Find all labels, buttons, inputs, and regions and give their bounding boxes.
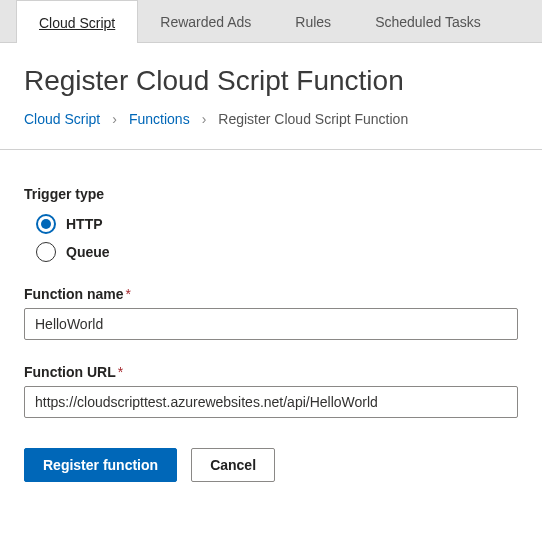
function-url-label: Function URL* bbox=[24, 364, 123, 380]
breadcrumb-current: Register Cloud Script Function bbox=[218, 111, 408, 127]
trigger-http-label: HTTP bbox=[66, 216, 103, 232]
required-indicator: * bbox=[118, 364, 123, 380]
function-name-input[interactable] bbox=[24, 308, 518, 340]
trigger-type-label: Trigger type bbox=[24, 186, 518, 202]
radio-unchecked-icon bbox=[36, 242, 56, 262]
function-name-label-text: Function name bbox=[24, 286, 124, 302]
function-name-label: Function name* bbox=[24, 286, 131, 302]
function-url-label-text: Function URL bbox=[24, 364, 116, 380]
breadcrumb-cloud-script[interactable]: Cloud Script bbox=[24, 111, 100, 127]
radio-checked-icon bbox=[36, 214, 56, 234]
tab-rewarded-ads[interactable]: Rewarded Ads bbox=[138, 0, 273, 42]
register-function-button[interactable]: Register function bbox=[24, 448, 177, 482]
required-indicator: * bbox=[126, 286, 131, 302]
tab-rules[interactable]: Rules bbox=[273, 0, 353, 42]
trigger-queue-option[interactable]: Queue bbox=[36, 242, 518, 262]
breadcrumb-separator: › bbox=[202, 111, 207, 127]
tab-bar: Cloud Script Rewarded Ads Rules Schedule… bbox=[0, 0, 542, 43]
tab-cloud-script[interactable]: Cloud Script bbox=[16, 0, 138, 43]
tab-scheduled-tasks[interactable]: Scheduled Tasks bbox=[353, 0, 503, 42]
function-url-input[interactable] bbox=[24, 386, 518, 418]
cancel-button[interactable]: Cancel bbox=[191, 448, 275, 482]
page-title: Register Cloud Script Function bbox=[24, 65, 518, 97]
trigger-queue-label: Queue bbox=[66, 244, 110, 260]
breadcrumb-separator: › bbox=[112, 111, 117, 127]
breadcrumb: Cloud Script › Functions › Register Clou… bbox=[0, 111, 542, 150]
breadcrumb-functions[interactable]: Functions bbox=[129, 111, 190, 127]
trigger-http-option[interactable]: HTTP bbox=[36, 214, 518, 234]
